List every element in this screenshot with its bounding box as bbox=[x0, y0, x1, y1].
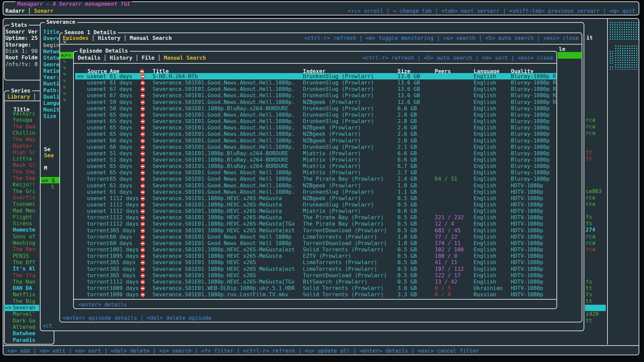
release-row[interactable]: =>usenet61 daysS-HD.H.264-NTbDrunkenSlug… bbox=[74, 73, 556, 79]
release-row[interactable]: torrent1091 daysSeverance.S01E01.1080p.H… bbox=[74, 246, 556, 253]
series-item[interactable]: The Qwa bbox=[13, 124, 35, 130]
series-item[interactable]: Flight bbox=[13, 214, 32, 220]
series-item[interactable]: Marvel' bbox=[13, 311, 35, 317]
series-item[interactable]: Hunter bbox=[13, 143, 32, 149]
release-row[interactable]: usenet59 daysSeverance.S01E01.Good.News.… bbox=[74, 99, 556, 105]
cell-age: 59 days bbox=[110, 99, 132, 105]
tab-history[interactable]: History bbox=[110, 55, 132, 61]
series-item[interactable]: The Gri bbox=[13, 188, 35, 194]
monitored-icon[interactable]: ✎ bbox=[63, 84, 66, 90]
release-row[interactable]: usenet65 daysSeverance.S01E01.Good.News.… bbox=[74, 118, 556, 124]
series-item[interactable]: Washing bbox=[13, 240, 35, 246]
release-row[interactable]: usenet61 daysSeverance.S01E01.Good.News.… bbox=[74, 79, 556, 86]
tab-manual-search[interactable]: Manual Search bbox=[130, 35, 172, 41]
series-item[interactable]: Valkyri bbox=[13, 111, 35, 117]
tab-details[interactable]: Details bbox=[78, 55, 100, 61]
series-item-selected[interactable]: =>Severan bbox=[4, 305, 39, 311]
series-item[interactable]: Netflix bbox=[13, 292, 35, 298]
cell-quality: Bluray-1080p bbox=[511, 144, 550, 150]
series-item[interactable]: Batwhee bbox=[13, 330, 35, 337]
series-item[interactable]: Altered bbox=[13, 324, 35, 330]
series-item[interactable]: Paradis bbox=[13, 337, 35, 343]
release-row[interactable]: usenet65 daysSeverance.S01E01.Good.News.… bbox=[74, 131, 556, 137]
monitored-icon[interactable]: ✎ bbox=[63, 78, 66, 84]
series-item[interactable]: High Sc bbox=[13, 149, 35, 156]
tab-history[interactable]: History bbox=[98, 35, 120, 41]
series-item[interactable]: Sirens bbox=[13, 221, 32, 227]
series-item[interactable]: Keijo!! bbox=[13, 182, 35, 188]
series-item[interactable]: The Nan bbox=[13, 279, 35, 285]
release-row[interactable]: torrent365 daysSeverance S01E01 1080p HE… bbox=[74, 259, 556, 265]
series-item[interactable]: Homeste bbox=[13, 227, 35, 233]
monitored-icon[interactable]: ✎ bbox=[63, 71, 66, 77]
series-item[interactable]: It's Al bbox=[13, 266, 35, 272]
monitored-icon[interactable]: ✎ bbox=[63, 97, 66, 103]
release-row[interactable]: usenet65 daysSeverance.S01E01.Good.News.… bbox=[74, 124, 556, 131]
monitored-icon[interactable]: ✎ bbox=[63, 39, 66, 45]
clipped-text-fragment: rca bbox=[586, 246, 595, 252]
no-entry-icon bbox=[141, 74, 145, 79]
release-row[interactable]: torrent1112 daysSeverance.S01E01.1080p.H… bbox=[74, 279, 556, 285]
series-item[interactable]: Yosuga bbox=[13, 117, 32, 123]
tab-manual-search[interactable]: Manual Search bbox=[164, 55, 206, 61]
release-row[interactable]: usenet66 daysSeverance.S01E01.Good.News.… bbox=[74, 144, 556, 150]
release-row[interactable]: torrent365 daysSeverance S01E01 1080p HE… bbox=[74, 266, 556, 272]
release-row[interactable]: torrent1090 daysSeverance.S01E01.1080p.r… bbox=[74, 291, 556, 298]
release-row[interactable]: torrent65 daysSeverance S01E01 Good News… bbox=[74, 176, 556, 182]
series-item[interactable]: The Emp bbox=[13, 175, 35, 181]
series-item[interactable]: Mask Gi bbox=[13, 162, 35, 168]
series-item[interactable]: Little bbox=[13, 156, 32, 162]
series-item[interactable]: Sons of bbox=[13, 234, 35, 240]
release-row[interactable]: torrent60 daysSeverance S01E01 Good News… bbox=[74, 234, 556, 240]
series-item[interactable]: The Nig bbox=[13, 298, 35, 304]
release-row[interactable]: torrent365 daysSeverance S01E01 1080p HE… bbox=[74, 227, 556, 234]
selected-episode-row[interactable]: =>✎ bbox=[60, 52, 73, 59]
release-row[interactable]: usenet65 daysSeverance S01E01 Good News … bbox=[74, 169, 556, 176]
tab-file[interactable]: File bbox=[142, 55, 155, 61]
series-item[interactable]: The Off bbox=[13, 259, 35, 265]
monitored-icon[interactable]: ✎ bbox=[63, 52, 66, 58]
series-item[interactable]: The Emp bbox=[13, 169, 35, 175]
release-row[interactable]: torrent1009 daysSeverance.S01E01.WEB-DLR… bbox=[74, 285, 556, 291]
monitored-icon[interactable]: ✎ bbox=[68, 53, 71, 58]
release-row[interactable]: torrent1112 daysSeverance S01E01 1080p H… bbox=[74, 214, 556, 221]
release-row[interactable]: usenet61 daysSeverance.S01E01.Good.News.… bbox=[74, 189, 556, 195]
cell-source: torrent bbox=[87, 259, 109, 265]
release-row[interactable]: usenet67 daysSeverance.S01E01.Good.News.… bbox=[74, 86, 556, 92]
release-row[interactable]: usenet65 daysSeverance.S01E01.1080p.BluR… bbox=[74, 163, 556, 169]
release-row[interactable]: usenet50 daysSeverance.S01E01.1080p.BluR… bbox=[74, 105, 556, 112]
cell-size: 0.5 GB bbox=[397, 247, 417, 253]
series-item[interactable]: The Way bbox=[13, 136, 35, 142]
monitored-icon[interactable]: ✎ bbox=[63, 91, 66, 97]
series-item[interactable]: DAN DA bbox=[13, 285, 32, 291]
release-row[interactable]: usenet1112 daysSeverance.S01E01.1080p.HE… bbox=[74, 201, 556, 208]
release-row[interactable]: usenet67 daysSeverance.S01E01.Good.News.… bbox=[74, 92, 556, 99]
series-item[interactable]: Chillin bbox=[13, 130, 35, 136]
release-row[interactable]: usenet51 daysSeverance.S01E01.1080p.BluR… bbox=[74, 150, 556, 157]
release-row[interactable]: torrent60 daysSeverance S01E01 Good News… bbox=[74, 240, 556, 246]
series-item[interactable]: PEN15 bbox=[13, 253, 29, 259]
cell-indexer: TorrentDownload (Prowlarr) bbox=[303, 228, 387, 234]
release-row[interactable]: usenet1112 daysSeverance.S01E01.1080p.HE… bbox=[74, 195, 556, 201]
release-row[interactable]: torrent1095 daysSeverance S01E01 1080p H… bbox=[74, 253, 556, 259]
release-row[interactable]: usenet1112 daysSeverance.S01E01.1080p.HE… bbox=[74, 208, 556, 214]
series-item[interactable]: The Rev bbox=[13, 246, 35, 252]
series-item[interactable]: Mad Men bbox=[13, 208, 35, 214]
tab-episodes[interactable]: Episodes bbox=[63, 35, 89, 41]
series-item[interactable]: Tsunami bbox=[13, 201, 35, 207]
cell-title: Severance S01E01 Good News About Hell 10… bbox=[153, 170, 291, 176]
release-row[interactable]: usenet65 daysSeverance.S01E01.Good.News.… bbox=[74, 112, 556, 118]
release-row[interactable]: usenet51 daysSeverance.S01E01.1080p.BluR… bbox=[74, 157, 556, 163]
series-item[interactable]: The Tra bbox=[13, 273, 35, 279]
release-row[interactable]: usenet61 daysSeverance.S01E01.Good.News.… bbox=[74, 182, 556, 189]
tab-radarr[interactable]: Radarr bbox=[5, 8, 25, 14]
tab-sonarr[interactable]: Sonarr bbox=[34, 8, 53, 14]
monitored-icon[interactable]: ✎ bbox=[63, 59, 66, 64]
tab-library[interactable]: Library bbox=[7, 94, 30, 100]
release-row[interactable]: torrent365 daysSeverance S01E01 1080p HE… bbox=[74, 272, 556, 279]
monitored-icon[interactable]: ✎ bbox=[63, 65, 66, 71]
series-item[interactable]: Overflo bbox=[13, 195, 35, 201]
release-row[interactable]: usenet66 daysSeverance.S01E01.Good.News.… bbox=[74, 137, 556, 144]
release-row[interactable]: torrent1112 daysSeverance.S01E01.1080p.H… bbox=[74, 221, 556, 227]
series-item[interactable]: Dark Ga bbox=[13, 318, 35, 324]
